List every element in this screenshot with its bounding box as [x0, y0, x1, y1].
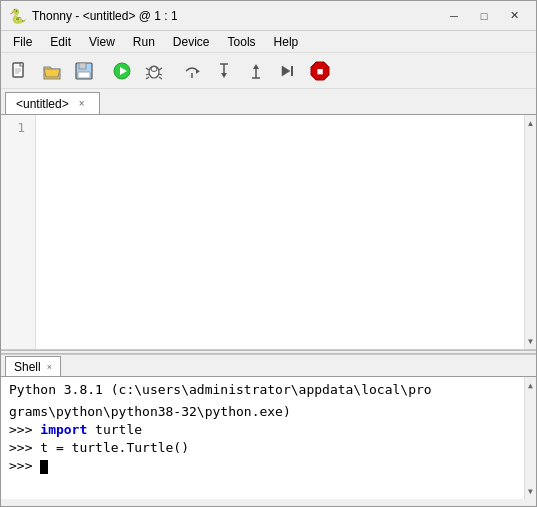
- shell-scroll-down[interactable]: ▼: [525, 483, 537, 499]
- shell-tab-label: Shell: [14, 360, 41, 374]
- shell-cursor: [40, 460, 48, 474]
- shell-line-3: >>>: [9, 457, 516, 475]
- svg-point-12: [151, 66, 157, 71]
- menu-device[interactable]: Device: [165, 33, 218, 51]
- shell-content[interactable]: Python 3.8.1 (c:\users\administrator\app…: [1, 377, 536, 499]
- title-left: 🐍 Thonny - <untitled> @ 1 : 1: [9, 8, 178, 24]
- svg-rect-7: [79, 63, 86, 69]
- editor-tab-bar: <untitled> ×: [1, 89, 536, 115]
- svg-rect-1: [20, 63, 23, 66]
- editor-content[interactable]: [36, 115, 524, 349]
- svg-line-17: [146, 77, 149, 79]
- debug-icon: [144, 61, 164, 81]
- svg-marker-25: [253, 64, 259, 69]
- debug-button[interactable]: [139, 57, 169, 85]
- step-over-button[interactable]: [177, 57, 207, 85]
- menu-file[interactable]: File: [5, 33, 40, 51]
- svg-line-14: [159, 68, 162, 70]
- editor-scrollbar[interactable]: ▲ ▼: [524, 115, 536, 349]
- shell-line-0b: grams\python\python38-32\python.exe): [9, 403, 516, 421]
- stop-button[interactable]: ■: [305, 57, 335, 85]
- title-bar: 🐍 Thonny - <untitled> @ 1 : 1 ─ □ ✕: [1, 1, 536, 31]
- save-icon: [74, 61, 94, 81]
- app-icon: 🐍: [9, 8, 26, 24]
- menu-bar: File Edit View Run Device Tools Help: [1, 31, 536, 53]
- new-file-button[interactable]: [5, 57, 35, 85]
- menu-view[interactable]: View: [81, 33, 123, 51]
- restore-button[interactable]: □: [470, 6, 498, 26]
- step-into-icon: [214, 61, 234, 81]
- step-into-button[interactable]: [209, 57, 239, 85]
- svg-marker-22: [221, 73, 227, 78]
- shell-line-1: >>> import turtle: [9, 421, 516, 439]
- shell-line-0: Python 3.8.1 (c:\users\administrator\app…: [9, 381, 516, 403]
- resume-button[interactable]: [273, 57, 303, 85]
- step-out-icon: [246, 61, 266, 81]
- shell-prompt-1: >>>: [9, 422, 40, 437]
- scroll-down-arrow[interactable]: ▼: [525, 333, 537, 349]
- close-button[interactable]: ✕: [500, 6, 528, 26]
- shell-tab-close-button[interactable]: ×: [47, 362, 52, 372]
- line-numbers: 1: [1, 115, 36, 349]
- editor-tab[interactable]: <untitled> ×: [5, 92, 100, 114]
- shell-content-inner: Python 3.8.1 (c:\users\administrator\app…: [9, 381, 528, 495]
- svg-rect-8: [78, 72, 90, 78]
- title-text: Thonny - <untitled> @ 1 : 1: [32, 9, 178, 23]
- shell-scroll-up[interactable]: ▲: [525, 377, 537, 393]
- svg-line-18: [159, 77, 162, 79]
- stop-icon: ■: [309, 60, 331, 82]
- menu-tools[interactable]: Tools: [220, 33, 264, 51]
- menu-help[interactable]: Help: [266, 33, 307, 51]
- step-out-button[interactable]: [241, 57, 271, 85]
- step-over-icon: [182, 61, 202, 81]
- svg-line-13: [146, 68, 149, 70]
- shell-tab-bar: Shell ×: [1, 355, 536, 377]
- save-file-button[interactable]: [69, 57, 99, 85]
- menu-run[interactable]: Run: [125, 33, 163, 51]
- shell-line-2: >>> t = turtle.Turtle(): [9, 439, 516, 457]
- svg-marker-19: [196, 70, 200, 74]
- scroll-up-arrow[interactable]: ▲: [525, 115, 537, 131]
- shell-section: Shell × Python 3.8.1 (c:\users\administr…: [1, 354, 536, 499]
- shell-scrollbar[interactable]: ▲ ▼: [524, 377, 536, 499]
- svg-text:■: ■: [317, 65, 324, 77]
- svg-line-15: [146, 74, 149, 75]
- svg-marker-27: [282, 66, 290, 76]
- open-icon: [42, 61, 62, 81]
- scroll-thumb[interactable]: [526, 131, 536, 333]
- open-file-button[interactable]: [37, 57, 67, 85]
- title-controls: ─ □ ✕: [440, 6, 528, 26]
- shell-prompt-3: >>>: [9, 458, 40, 473]
- shell-tab[interactable]: Shell ×: [5, 356, 61, 376]
- svg-line-16: [159, 74, 162, 75]
- menu-edit[interactable]: Edit: [42, 33, 79, 51]
- toolbar: ■: [1, 53, 536, 89]
- run-icon: [112, 61, 132, 81]
- editor-tab-label: <untitled>: [16, 97, 69, 111]
- line-number-1: 1: [1, 119, 31, 137]
- run-button[interactable]: [107, 57, 137, 85]
- minimize-button[interactable]: ─: [440, 6, 468, 26]
- editor-area: 1 ▲ ▼: [1, 115, 536, 350]
- new-icon: [10, 61, 30, 81]
- editor-tab-close-button[interactable]: ×: [75, 97, 89, 111]
- resume-icon: [278, 61, 298, 81]
- shell-prompt-2: >>>: [9, 440, 40, 455]
